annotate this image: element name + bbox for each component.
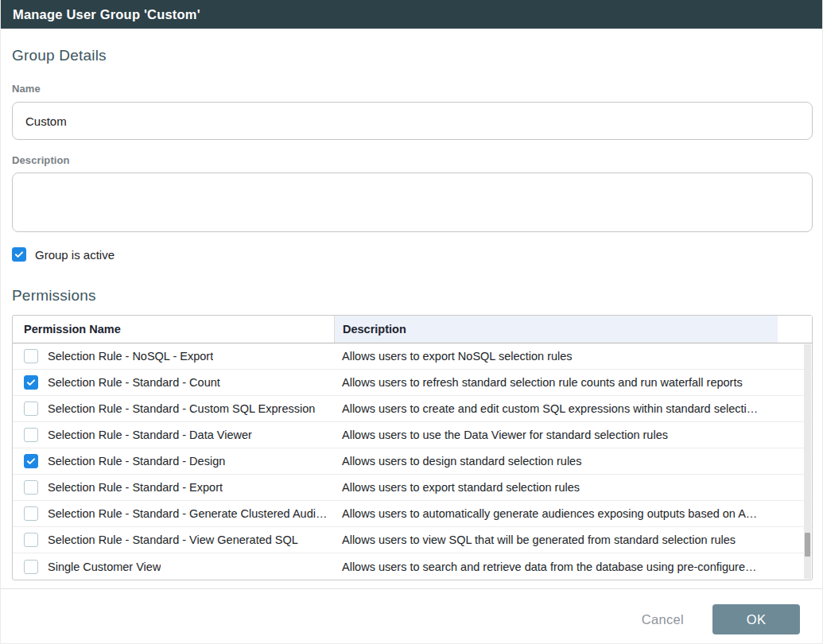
permission-name-label: Selection Rule - Standard - Generate Clu… xyxy=(48,507,327,520)
permission-name-cell: Selection Rule - Standard - Generate Clu… xyxy=(13,506,334,521)
permission-description-label: Allows users to use the Data Viewer for … xyxy=(334,429,812,441)
table-row[interactable]: Selection Rule - Standard - Custom SQL E… xyxy=(13,396,812,422)
permission-name-label: Selection Rule - Standard - Data Viewer xyxy=(48,429,252,441)
dialog-footer: Cancel OK xyxy=(12,589,811,634)
table-row[interactable]: Selection Rule - Standard - DesignAllows… xyxy=(13,448,812,475)
permission-description-label: Allows users to create and edit custom S… xyxy=(334,402,812,415)
permission-description-label: Allows users to export NoSQL selection r… xyxy=(334,350,812,363)
permission-name-cell: Selection Rule - Standard - Count xyxy=(13,375,334,390)
name-input[interactable] xyxy=(12,102,813,140)
permission-name-label: Selection Rule - Standard - View Generat… xyxy=(48,533,298,546)
permission-name-cell: Single Customer View xyxy=(13,560,334,574)
permission-name-label: Selection Rule - Standard - Design xyxy=(48,455,225,467)
permission-name-label: Single Customer View xyxy=(48,561,161,573)
permission-name-label: Selection Rule - NoSQL - Export xyxy=(48,350,213,363)
column-header-permission-name[interactable]: Permission Name xyxy=(13,316,334,343)
permission-description-label: Allows users to automatically generate a… xyxy=(334,507,812,520)
permission-name-cell: Selection Rule - Standard - Design xyxy=(13,454,334,468)
checkmark-icon xyxy=(25,377,37,388)
description-label: Description xyxy=(12,154,811,166)
permission-name-cell: Selection Rule - Standard - Export xyxy=(13,480,334,495)
group-active-row: Group is active xyxy=(12,246,811,263)
checkmark-icon xyxy=(25,456,37,467)
permissions-heading: Permissions xyxy=(12,285,811,307)
permission-checkbox-unchecked[interactable] xyxy=(24,349,38,363)
permission-checkbox-unchecked[interactable] xyxy=(24,428,38,442)
table-row[interactable]: Selection Rule - Standard - CountAllows … xyxy=(13,370,812,396)
permission-checkbox-unchecked[interactable] xyxy=(24,560,38,574)
description-input[interactable] xyxy=(12,173,813,232)
permission-name-label: Selection Rule - Standard - Export xyxy=(48,481,223,494)
permission-description-label: Allows users to design standard selectio… xyxy=(334,455,812,467)
table-row[interactable]: Selection Rule - Standard - Generate Clu… xyxy=(13,501,812,527)
dialog-content: Group Details Name Description Group is … xyxy=(1,45,822,634)
permissions-table-header: Permission Name Description xyxy=(13,316,812,343)
group-details-heading: Group Details xyxy=(12,45,811,67)
table-row[interactable]: Selection Rule - NoSQL - ExportAllows us… xyxy=(13,343,812,370)
table-row[interactable]: Selection Rule - Standard - View Generat… xyxy=(13,527,812,553)
permission-checkbox-unchecked[interactable] xyxy=(24,402,38,416)
dialog-titlebar: Manage User Group 'Custom' xyxy=(1,0,822,29)
permission-checkbox-unchecked[interactable] xyxy=(24,533,38,547)
permission-checkbox-checked[interactable] xyxy=(24,375,38,390)
ok-button[interactable]: OK xyxy=(712,604,800,634)
permission-name-label: Selection Rule - Standard - Count xyxy=(48,376,220,389)
cancel-button[interactable]: Cancel xyxy=(642,612,684,627)
group-active-label: Group is active xyxy=(35,248,115,262)
permission-name-cell: Selection Rule - Standard - Custom SQL E… xyxy=(13,402,334,416)
table-scrollbar[interactable] xyxy=(804,344,811,579)
header-scrollbar-corner xyxy=(778,316,812,343)
group-active-checkbox[interactable] xyxy=(12,247,26,262)
permission-name-cell: Selection Rule - Standard - Data Viewer xyxy=(13,428,334,442)
permission-description-label: Allows users to refresh standard selecti… xyxy=(334,376,812,389)
permission-description-label: Allows users to search and retrieve data… xyxy=(334,561,812,573)
permissions-table-body: Selection Rule - NoSQL - ExportAllows us… xyxy=(13,343,812,580)
dialog-title: Manage User Group 'Custom' xyxy=(13,7,200,22)
permission-checkbox-unchecked[interactable] xyxy=(24,480,38,495)
manage-user-group-dialog: Manage User Group 'Custom' Group Details… xyxy=(0,0,823,644)
permission-name-label: Selection Rule - Standard - Custom SQL E… xyxy=(48,402,315,415)
table-scrollbar-thumb[interactable] xyxy=(805,533,810,557)
column-header-description[interactable]: Description xyxy=(334,316,778,343)
table-row[interactable]: Selection Rule - Standard - Data ViewerA… xyxy=(13,422,812,448)
table-row[interactable]: Single Customer ViewAllows users to sear… xyxy=(13,553,812,580)
permission-description-label: Allows users to view SQL that will be ge… xyxy=(334,533,812,546)
table-row[interactable]: Selection Rule - Standard - ExportAllows… xyxy=(13,475,812,501)
permission-name-cell: Selection Rule - Standard - View Generat… xyxy=(13,533,334,547)
permissions-table: Permission Name Description Selection Ru… xyxy=(12,315,813,580)
permission-description-label: Allows users to export standard selectio… xyxy=(334,481,812,494)
name-label: Name xyxy=(12,83,811,95)
permission-checkbox-unchecked[interactable] xyxy=(24,506,38,521)
checkmark-icon xyxy=(14,249,25,260)
permission-name-cell: Selection Rule - NoSQL - Export xyxy=(13,349,334,363)
permission-checkbox-checked[interactable] xyxy=(24,454,38,468)
